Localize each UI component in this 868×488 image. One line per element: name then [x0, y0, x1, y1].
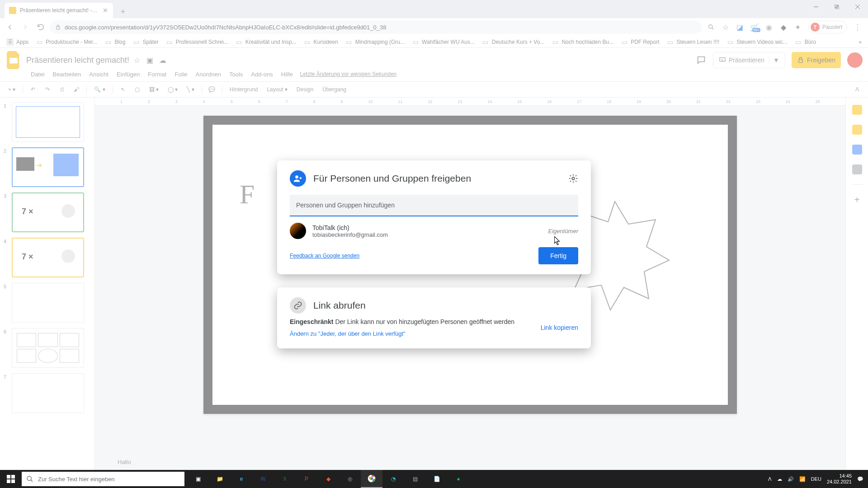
svg-rect-14 — [7, 475, 10, 479]
tray-notifications-icon[interactable]: 💬 — [857, 476, 863, 482]
powerpoint-icon[interactable]: P — [296, 470, 317, 488]
notepad-icon[interactable]: 📄 — [426, 470, 448, 488]
svg-point-18 — [27, 476, 31, 480]
copy-link-button[interactable]: Link kopieren — [541, 323, 578, 333]
taskbar-search[interactable] — [22, 472, 184, 486]
edge-icon[interactable]: ◔ — [382, 470, 404, 488]
explorer-icon[interactable]: 📁 — [209, 470, 231, 488]
feedback-link[interactable]: Feedback an Google senden — [290, 253, 359, 259]
tray-chevron-icon[interactable]: ᐱ — [768, 476, 772, 482]
chrome-icon[interactable] — [361, 470, 382, 488]
edge-legacy-icon[interactable]: e — [231, 470, 252, 488]
link-icon — [290, 297, 306, 314]
word-icon[interactable]: W — [252, 470, 274, 488]
excel-icon[interactable]: X — [274, 470, 296, 488]
done-button[interactable]: Fertig — [538, 247, 578, 264]
reader-icon[interactable]: ▤ — [404, 470, 426, 488]
start-button[interactable] — [0, 470, 22, 488]
get-link-dialog: Link abrufen Eingeschränkt Der Link kann… — [277, 287, 591, 348]
person-avatar — [290, 223, 306, 239]
tray-lang[interactable]: DEU — [811, 476, 821, 482]
svg-point-12 — [295, 175, 298, 178]
restricted-label: Eingeschränkt — [290, 318, 333, 325]
link-dialog-title: Link abrufen — [313, 300, 366, 311]
obs-icon[interactable]: ◎ — [339, 470, 361, 488]
person-role: Eigentümer — [548, 228, 578, 235]
restricted-desc: Der Link kann nur von hinzugefügten Pers… — [335, 318, 514, 325]
tray-volume-icon[interactable]: 🔊 — [788, 476, 794, 482]
spotify-icon[interactable]: ● — [448, 470, 469, 488]
svg-rect-15 — [11, 475, 15, 479]
person-email: tobiasbeckerinfo@gmail.com — [312, 231, 388, 238]
svg-rect-16 — [7, 479, 10, 483]
gear-icon[interactable] — [568, 174, 578, 183]
owner-row: TobiTalk (ich) tobiasbeckerinfo@gmail.co… — [290, 216, 578, 243]
svg-line-19 — [31, 480, 33, 482]
task-view-icon[interactable]: ▣ — [187, 470, 209, 488]
share-dialog-title: Für Personen und Gruppen freigeben — [313, 173, 471, 184]
svg-rect-17 — [11, 479, 15, 483]
person-name: TobiTalk (ich) — [312, 224, 388, 231]
svg-point-13 — [572, 177, 575, 180]
share-dialog: Für Personen und Gruppen freigeben TobiT… — [277, 160, 591, 274]
tray-wifi-icon[interactable]: 📶 — [799, 476, 806, 482]
share-input[interactable] — [290, 195, 578, 216]
change-access-link[interactable]: Ändern zu "Jeder, der über den Link verf… — [290, 329, 406, 338]
search-icon — [26, 475, 33, 483]
tray-clock[interactable]: 14:45 24.02.2021 — [827, 473, 852, 485]
tray-cloud-icon[interactable]: ☁ — [777, 476, 782, 482]
windows-taskbar: ▣ 📁 e W X P ◆ ◎ ◔ ▤ 📄 ● ᐱ ☁ 🔊 📶 DEU 14:4… — [0, 470, 868, 488]
person-add-icon — [290, 170, 306, 187]
brave-icon[interactable]: ◆ — [317, 470, 339, 488]
